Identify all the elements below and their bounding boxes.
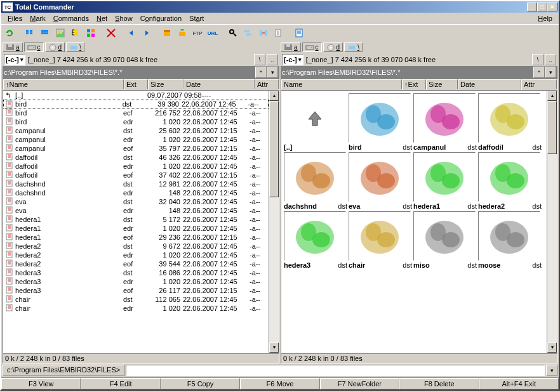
header-attr[interactable]: Attr — [521, 79, 557, 89]
file-row[interactable]: dachshndedr14822.06.2007 12:45-a-- — [3, 188, 279, 197]
fn-button[interactable]: F5 Copy — [161, 378, 240, 389]
multirename-icon[interactable] — [241, 26, 255, 40]
menu-commands[interactable]: Commands — [50, 13, 93, 23]
fn-button[interactable]: Alt+F4 Exit — [479, 378, 559, 389]
drive-\-button[interactable]: \ — [344, 42, 363, 52]
header-name[interactable]: Name — [281, 79, 402, 89]
close-button[interactable]: ✕ — [547, 3, 557, 11]
file-row[interactable]: birddst39 39022.06.2007 12:45-a-- — [3, 100, 269, 108]
file-row[interactable]: hedera3edr1 02022.06.2007 12:45-a-- — [3, 277, 279, 286]
forward-icon[interactable] — [140, 26, 154, 40]
file-row[interactable]: hedera3eof26 11722.06.2007 12:15-a-- — [3, 286, 279, 295]
file-row[interactable]: hedera1eof29 23622.06.2007 12:15-a-- — [3, 233, 279, 242]
file-row[interactable]: hedera1dst5 17222.06.2007 12:45-a-- — [3, 215, 279, 224]
cmd-dropdown-button[interactable]: ▾ — [546, 365, 557, 376]
minimize-button[interactable]: _ — [527, 3, 537, 11]
view-full-icon[interactable] — [38, 26, 52, 40]
header-date[interactable]: Date — [458, 79, 521, 89]
file-row[interactable]: campanuleof35 79722.06.2007 12:15-a-- — [3, 144, 279, 153]
fn-button[interactable]: F4 Edit — [81, 378, 160, 389]
file-row[interactable]: birdecf216 75222.06.2007 12:45-a-- — [3, 108, 279, 117]
parent-button[interactable]: .. — [267, 54, 278, 65]
drive-a-button[interactable]: a — [3, 42, 23, 52]
history-button[interactable]: * — [255, 67, 267, 78]
menu-start[interactable]: Start — [185, 13, 208, 23]
thumbnail[interactable]: hedera3dst — [284, 211, 347, 269]
thumbnail[interactable]: dachshnddst — [284, 152, 347, 210]
thumbnail[interactable]: evadst — [349, 152, 412, 210]
fn-button[interactable]: F8 Delete — [399, 378, 479, 389]
view-tree-icon[interactable] — [69, 26, 83, 40]
file-row[interactable]: daffodiledr1 02022.06.2007 12:45-a-- — [3, 162, 279, 171]
root-button[interactable]: \ — [532, 54, 543, 65]
file-row[interactable]: dachshnddst12 98122.06.2007 12:45-a-- — [3, 180, 279, 188]
pack-icon[interactable] — [160, 26, 174, 40]
header-ext[interactable]: Ext — [124, 79, 148, 89]
header-date[interactable]: Date — [183, 79, 255, 89]
drive-d-button[interactable]: d — [323, 42, 343, 52]
history-button[interactable]: * — [533, 67, 545, 78]
menu-files[interactable]: Files — [4, 13, 26, 23]
file-row[interactable]: hedera2eof39 54422.06.2007 12:45-a-- — [3, 259, 279, 268]
url-icon[interactable]: URL — [206, 26, 220, 40]
menu-mark[interactable]: Mark — [26, 13, 49, 23]
ftp-icon[interactable]: FTP — [190, 26, 204, 40]
notepad-icon[interactable] — [292, 26, 306, 40]
scroll-down-button[interactable]: ▾ — [269, 343, 279, 353]
view-all-icon[interactable] — [84, 26, 98, 40]
sync-icon[interactable] — [257, 26, 270, 40]
path-bar[interactable]: c:\Program Files\EMBIRD32\FILES\*.**▾ — [3, 66, 279, 79]
thumb-list[interactable]: [..]birddstcampanuldstdaffodildstdachshn… — [281, 90, 557, 353]
menu-configuration[interactable]: Configuration — [137, 13, 185, 23]
file-row[interactable]: evaedr14822.06.2007 12:45-a-- — [3, 206, 279, 215]
thumbnail[interactable]: campanuldst — [413, 93, 477, 151]
thumbnail[interactable]: misodst — [413, 211, 477, 269]
file-row[interactable]: birdedr1 02022.06.2007 12:45-a-- — [3, 117, 279, 126]
favorites-button[interactable]: ▾ — [267, 67, 278, 78]
drive-\-button[interactable]: \ — [66, 42, 84, 52]
thumbnail[interactable]: daffodildst — [478, 93, 542, 151]
file-list[interactable]: ↰[..]09.07.2007 09:58----birddst39 39022… — [3, 90, 279, 353]
header-name[interactable]: ↑Name — [3, 79, 124, 89]
menu-net[interactable]: Net — [93, 13, 111, 23]
scroll-up-button[interactable]: ▴ — [269, 91, 279, 101]
file-row[interactable]: daffodildst46 32622.06.2007 12:45-a-- — [3, 153, 279, 162]
drive-c-button[interactable]: c — [24, 42, 44, 52]
invert-icon[interactable] — [104, 26, 118, 40]
maximize-button[interactable]: □ — [537, 3, 547, 11]
parent-button[interactable]: .. — [545, 54, 556, 65]
header-size[interactable]: Size — [426, 79, 458, 89]
fn-button[interactable]: F3 View — [1, 378, 81, 389]
scrollbar[interactable]: ▴▾ — [547, 91, 557, 353]
menu-help[interactable]: Help — [534, 13, 556, 23]
file-row[interactable]: chairedr1 02022.06.2007 12:45-a-- — [3, 304, 279, 313]
thumbnail[interactable]: [..] — [284, 93, 347, 151]
refresh-icon[interactable] — [3, 26, 17, 40]
thumbnail[interactable]: chairdst — [349, 211, 412, 269]
drive-a-button[interactable]: a — [281, 42, 301, 52]
unpack-icon[interactable] — [175, 26, 189, 40]
view-thumbs-icon[interactable] — [53, 26, 67, 40]
file-row[interactable]: hedera2edr1 02022.06.2007 12:45-a-- — [3, 251, 279, 259]
file-row[interactable]: hedera1edr1 02022.06.2007 12:45-a-- — [3, 224, 279, 233]
thumbnail[interactable]: hedera1dst — [413, 152, 477, 210]
view-brief-icon[interactable] — [23, 26, 37, 40]
file-row[interactable]: campanuledr1 02022.06.2007 12:45-a-- — [3, 135, 279, 144]
header-attr[interactable]: Attr — [255, 79, 279, 89]
header-size[interactable]: Size — [148, 79, 183, 89]
back-icon[interactable] — [124, 26, 138, 40]
fn-button[interactable]: F6 Move — [240, 378, 319, 389]
menu-show[interactable]: Show — [111, 13, 137, 23]
header-ext[interactable]: ↑Ext — [402, 79, 426, 89]
root-button[interactable]: \ — [254, 54, 265, 65]
scroll-down-button[interactable]: ▾ — [547, 343, 557, 353]
drive-combo[interactable]: [-c-] — [282, 54, 303, 65]
file-row[interactable]: ↰[..]09.07.2007 09:58---- — [3, 91, 279, 100]
path-bar[interactable]: c:\Program Files\EMBIRD32\FILES\*.**▾ — [281, 66, 557, 79]
file-row[interactable]: daffodileof37 40222.06.2007 12:15-a-- — [3, 171, 279, 180]
scrollbar[interactable]: ▴▾ — [269, 91, 279, 353]
search-icon[interactable] — [226, 26, 240, 40]
thumbnail[interactable]: moosedst — [478, 211, 542, 269]
drive-combo[interactable]: [-c-] — [4, 54, 25, 65]
drive-d-button[interactable]: d — [45, 42, 65, 52]
